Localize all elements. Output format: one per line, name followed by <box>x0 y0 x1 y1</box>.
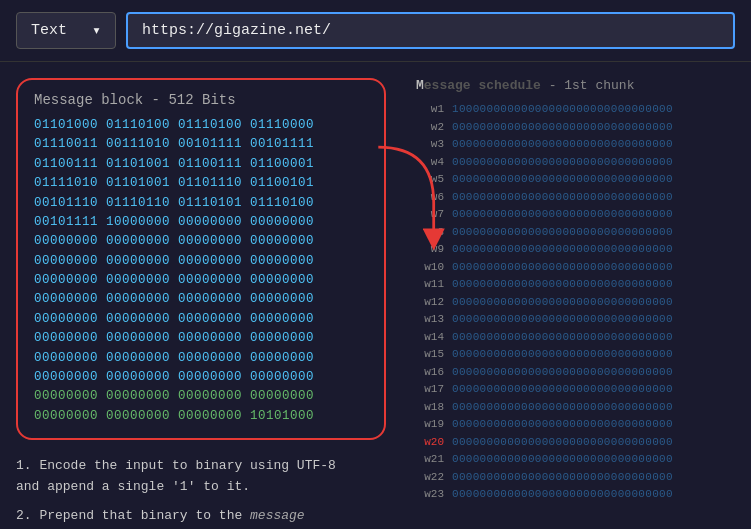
schedule-bits: 00000000000000000000000000000000 <box>452 451 673 468</box>
schedule-row: w2300000000000000000000000000000000 <box>416 486 735 503</box>
schedule-row: w500000000000000000000000000000000 <box>416 171 735 188</box>
url-input[interactable] <box>126 12 735 49</box>
schedule-row: w2100000000000000000000000000000000 <box>416 451 735 468</box>
binary-row: 00000000 00000000 00000000 00000000 <box>34 349 368 368</box>
schedule-rows: w110000000000000000000000000000000w20000… <box>416 101 735 503</box>
schedule-row: w1000000000000000000000000000000000 <box>416 259 735 276</box>
schedule-label: w14 <box>416 329 444 346</box>
main-content: Message block - 512 Bits 01101000 011101… <box>0 62 751 526</box>
schedule-row: w1100000000000000000000000000000000 <box>416 276 735 293</box>
schedule-label: w3 <box>416 136 444 153</box>
schedule-label: w8 <box>416 224 444 241</box>
schedule-label: w11 <box>416 276 444 293</box>
schedule-bits: 00000000000000000000000000000000 <box>452 346 673 363</box>
schedule-label: w17 <box>416 381 444 398</box>
schedule-label: w19 <box>416 416 444 433</box>
schedule-bits: 00000000000000000000000000000000 <box>452 294 673 311</box>
schedule-label: w13 <box>416 311 444 328</box>
notes: 1. Encode the input to binary using UTF-… <box>16 456 386 529</box>
schedule-bits: 00000000000000000000000000000000 <box>452 416 673 433</box>
binary-row: 01110011 00111010 00101111 00101111 <box>34 135 368 154</box>
schedule-row: w1500000000000000000000000000000000 <box>416 346 735 363</box>
binary-row: 00000000 00000000 00000000 00000000 <box>34 368 368 387</box>
schedule-bits: 00000000000000000000000000000000 <box>452 329 673 346</box>
binary-row: 01100111 01101001 01100111 01100001 <box>34 155 368 174</box>
schedule-bits: 00000000000000000000000000000000 <box>452 259 673 276</box>
schedule-bits: 00000000000000000000000000000000 <box>452 154 673 171</box>
schedule-label: w23 <box>416 486 444 503</box>
schedule-row: w1300000000000000000000000000000000 <box>416 311 735 328</box>
schedule-bits: 00000000000000000000000000000000 <box>452 381 673 398</box>
type-dropdown[interactable]: Text ▾ <box>16 12 116 49</box>
schedule-label: w22 <box>416 469 444 486</box>
binary-row: 00101110 01110110 01110101 01110100 <box>34 194 368 213</box>
binary-row: 00000000 00000000 00000000 00000000 <box>34 290 368 309</box>
schedule-label: w15 <box>416 346 444 363</box>
schedule-title: Message schedule - 1st chunk <box>416 78 735 93</box>
schedule-row: w2200000000000000000000000000000000 <box>416 469 735 486</box>
binary-row: 00000000 00000000 00000000 00000000 <box>34 271 368 290</box>
schedule-row: w1400000000000000000000000000000000 <box>416 329 735 346</box>
schedule-label: w16 <box>416 364 444 381</box>
schedule-label: w5 <box>416 171 444 188</box>
note-1: 1. Encode the input to binary using UTF-… <box>16 456 386 498</box>
schedule-row: w1800000000000000000000000000000000 <box>416 399 735 416</box>
note-2: 2. Prepend that binary to the messageblo… <box>16 506 386 529</box>
dropdown-label: Text <box>31 22 67 39</box>
schedule-row: w1900000000000000000000000000000000 <box>416 416 735 433</box>
schedule-label: w9 <box>416 241 444 258</box>
schedule-bits: 00000000000000000000000000000000 <box>452 241 673 258</box>
binary-row: 00000000 00000000 00000000 00000000 <box>34 252 368 271</box>
schedule-label: w12 <box>416 294 444 311</box>
binary-rows: 01101000 01110100 01110100 0111000001110… <box>34 116 368 426</box>
schedule-bits: 00000000000000000000000000000000 <box>452 469 673 486</box>
message-block-box: Message block - 512 Bits 01101000 011101… <box>16 78 386 440</box>
schedule-label: w6 <box>416 189 444 206</box>
schedule-row: w2000000000000000000000000000000000 <box>416 434 735 451</box>
top-bar: Text ▾ <box>0 0 751 62</box>
schedule-bits: 00000000000000000000000000000000 <box>452 171 673 188</box>
schedule-label: w18 <box>416 399 444 416</box>
schedule-row: w200000000000000000000000000000000 <box>416 119 735 136</box>
schedule-bits: 00000000000000000000000000000000 <box>452 276 673 293</box>
schedule-bits: 00000000000000000000000000000000 <box>452 434 673 451</box>
binary-row: 00000000 00000000 00000000 00000000 <box>34 329 368 348</box>
schedule-row: w700000000000000000000000000000000 <box>416 206 735 223</box>
schedule-row: w300000000000000000000000000000000 <box>416 136 735 153</box>
schedule-label: w1 <box>416 101 444 118</box>
schedule-label: w21 <box>416 451 444 468</box>
binary-row: 00101111 10000000 00000000 00000000 <box>34 213 368 232</box>
schedule-row: w1700000000000000000000000000000000 <box>416 381 735 398</box>
schedule-bits: 00000000000000000000000000000000 <box>452 136 673 153</box>
schedule-title-suffix: - 1st chunk <box>549 78 635 93</box>
binary-row: 00000000 00000000 00000000 00000000 <box>34 387 368 406</box>
schedule-label: w10 <box>416 259 444 276</box>
schedule-bits: 00000000000000000000000000000000 <box>452 224 673 241</box>
schedule-bits: 10000000000000000000000000000000 <box>452 101 673 118</box>
schedule-bits: 00000000000000000000000000000000 <box>452 486 673 503</box>
schedule-label: w2 <box>416 119 444 136</box>
schedule-label: w4 <box>416 154 444 171</box>
message-block-title: Message block - 512 Bits <box>34 92 368 108</box>
schedule-bits: 00000000000000000000000000000000 <box>452 189 673 206</box>
schedule-row: w600000000000000000000000000000000 <box>416 189 735 206</box>
binary-row: 00000000 00000000 00000000 10101000 <box>34 407 368 426</box>
schedule-row: w400000000000000000000000000000000 <box>416 154 735 171</box>
binary-row: 01111010 01101001 01101110 01100101 <box>34 174 368 193</box>
schedule-bits: 00000000000000000000000000000000 <box>452 311 673 328</box>
schedule-bits: 00000000000000000000000000000000 <box>452 399 673 416</box>
schedule-bits: 00000000000000000000000000000000 <box>452 119 673 136</box>
schedule-bits: 00000000000000000000000000000000 <box>452 206 673 223</box>
schedule-row: w110000000000000000000000000000000 <box>416 101 735 118</box>
right-panel: Message schedule - 1st chunk w1100000000… <box>406 78 735 510</box>
left-panel: Message block - 512 Bits 01101000 011101… <box>16 78 386 510</box>
schedule-label: w7 <box>416 206 444 223</box>
schedule-title-main: Message schedule <box>416 78 541 93</box>
binary-row: 00000000 00000000 00000000 00000000 <box>34 310 368 329</box>
schedule-label: w20 <box>416 434 444 451</box>
chevron-down-icon: ▾ <box>92 21 101 40</box>
schedule-row: w1200000000000000000000000000000000 <box>416 294 735 311</box>
schedule-row: w1600000000000000000000000000000000 <box>416 364 735 381</box>
schedule-row: w900000000000000000000000000000000 <box>416 241 735 258</box>
binary-row: 00000000 00000000 00000000 00000000 <box>34 232 368 251</box>
